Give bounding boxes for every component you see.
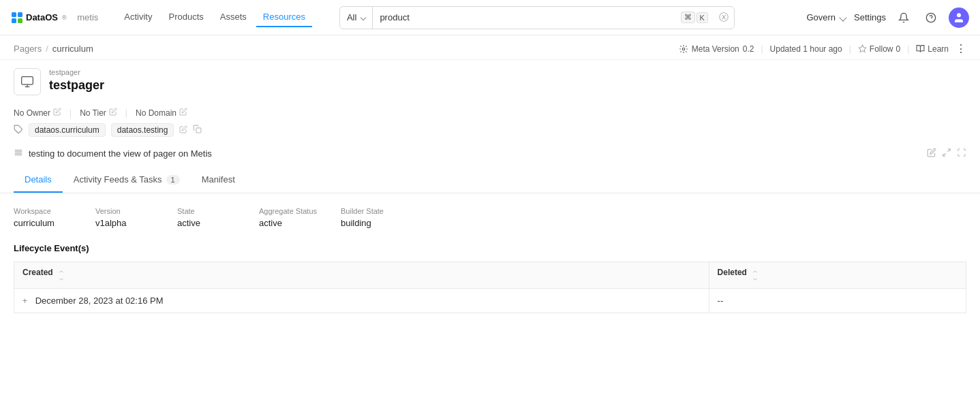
version-value: v1alpha: [95, 218, 157, 228]
version-label: Version: [95, 207, 157, 215]
domain-value: No Domain: [136, 108, 177, 118]
search-bar: All ⌘ K ⓧ: [339, 6, 735, 29]
svg-rect-13: [196, 128, 201, 133]
breadcrumb-current: curriculum: [52, 44, 93, 54]
settings-link[interactable]: Settings: [854, 12, 886, 22]
tab-manifest-label: Manifest: [202, 174, 235, 185]
breadcrumb-separator: /: [46, 44, 48, 54]
tab-details[interactable]: Details: [14, 168, 63, 193]
nav-assets[interactable]: Assets: [213, 7, 254, 27]
help-button[interactable]: [921, 8, 940, 27]
tier-value: No Tier: [80, 108, 106, 118]
topnav-right: Govern Settings: [806, 7, 969, 28]
description-edit-button[interactable]: [927, 148, 936, 159]
description-row: testing to document the view of pager on…: [0, 142, 980, 168]
learn-button[interactable]: Learn: [916, 44, 949, 54]
domain-edit-button[interactable]: [179, 108, 187, 118]
description-content: testing to document the view of pager on…: [29, 148, 212, 159]
search-keyboard-shortcut: ⌘ K: [675, 12, 714, 23]
pager-icon: [20, 75, 34, 89]
more-options-button[interactable]: ⋮: [955, 42, 966, 55]
created-value: December 28, 2023 at 02:16 PM: [35, 296, 164, 306]
description-text: testing to document the view of pager on…: [14, 148, 212, 159]
breadcrumb-parent[interactable]: Pagers: [14, 44, 42, 54]
details-section: Workspace curriculum Version v1alpha Sta…: [0, 193, 980, 236]
svg-line-19: [943, 153, 946, 156]
created-column-header: Created: [14, 262, 709, 289]
aggregate-status-label: Aggregate Status: [259, 207, 320, 215]
meta-separator-3: |: [907, 44, 909, 54]
star-icon: [858, 44, 867, 53]
learn-label: Learn: [928, 44, 949, 54]
tab-details-label: Details: [25, 174, 52, 185]
user-avatar[interactable]: [949, 7, 969, 28]
notifications-button[interactable]: [894, 8, 913, 27]
tier-edit-button[interactable]: [109, 108, 117, 118]
lifecycle-table-row: + December 28, 2023 at 02:16 PM --: [14, 289, 966, 313]
metadata-divider-1: |: [70, 108, 72, 118]
search-filter-dropdown[interactable]: All: [340, 7, 373, 29]
workspace-value: curriculum: [14, 218, 75, 228]
meta-version-label: Meta Version: [692, 44, 739, 54]
deleted-sort-icon[interactable]: [752, 268, 759, 283]
user-icon: [953, 12, 965, 24]
kbd-cmd: ⌘: [681, 12, 695, 23]
resource-title-info: testpager testpager: [49, 68, 104, 93]
dataos-icon: [11, 12, 23, 24]
created-sort-icon[interactable]: [58, 268, 65, 283]
tab-manifest[interactable]: Manifest: [191, 168, 246, 193]
tags-copy-button[interactable]: [193, 125, 202, 136]
owner-edit-button[interactable]: [53, 108, 61, 118]
svg-marker-8: [859, 45, 866, 52]
metadata-divider-2: |: [125, 108, 127, 118]
builder-state-field: Builder State building: [341, 207, 423, 228]
tag-icon: [14, 125, 23, 136]
detail-fields: Workspace curriculum Version v1alpha Sta…: [14, 207, 966, 228]
tag-curriculum[interactable]: dataos.curriculum: [29, 123, 106, 137]
tags-edit-button[interactable]: [179, 125, 187, 136]
resource-subtitle: testpager: [49, 68, 104, 76]
svg-point-7: [682, 48, 685, 50]
aggregate-status-field: Aggregate Status active: [259, 207, 341, 228]
workspace-label: Workspace: [14, 207, 75, 215]
description-fullscreen-button[interactable]: [957, 148, 966, 159]
tag-testing[interactable]: dataos.testing: [111, 123, 174, 137]
tab-activity-feeds-badge: 1: [166, 175, 180, 185]
kbd-k: K: [696, 12, 708, 23]
book-icon: [916, 44, 925, 53]
resource-icon: [14, 68, 41, 95]
search-input[interactable]: [373, 12, 675, 22]
description-expand-button[interactable]: [942, 148, 951, 159]
bell-icon: [898, 12, 909, 23]
follow-label: Follow: [870, 44, 893, 54]
state-field: State active: [177, 207, 259, 228]
tier-field: No Tier: [80, 108, 117, 118]
question-icon: [925, 12, 936, 23]
search-filter-label: All: [347, 12, 356, 22]
brand-logo[interactable]: DataOS® metis: [11, 12, 98, 24]
breadcrumb: Pagers / curriculum: [14, 44, 93, 54]
resource-name: testpager: [49, 78, 104, 93]
deleted-cell: --: [709, 289, 966, 313]
row-expand-button[interactable]: +: [22, 296, 27, 306]
brand-name: DataOS® metis: [26, 12, 98, 22]
govern-chevron-icon: [839, 14, 846, 21]
follow-count: 0: [895, 44, 900, 54]
tabs-bar: Details Activity Feeds & Tasks 1 Manifes…: [0, 168, 980, 193]
search-clear-button[interactable]: ⓧ: [714, 12, 734, 24]
meta-info: Meta Version 0.2 | Updated 1 hour ago | …: [679, 42, 966, 55]
meta-updated: Updated 1 hour ago: [770, 44, 842, 54]
aggregate-status-value: active: [259, 218, 320, 228]
builder-state-label: Builder State: [341, 207, 402, 215]
lifecycle-title: Lifecycle Event(s): [14, 243, 966, 253]
tab-activity-feeds[interactable]: Activity Feeds & Tasks 1: [63, 168, 191, 193]
domain-field: No Domain: [136, 108, 187, 118]
follow-button[interactable]: Follow 0: [858, 44, 900, 54]
chevron-down-icon: [361, 14, 366, 20]
description-icon: [14, 148, 23, 159]
nav-products[interactable]: Products: [162, 7, 210, 27]
govern-dropdown[interactable]: Govern: [806, 12, 846, 22]
resource-header: testpager testpager: [0, 60, 980, 102]
nav-activity[interactable]: Activity: [117, 7, 159, 27]
nav-resources[interactable]: Resources: [256, 7, 312, 27]
